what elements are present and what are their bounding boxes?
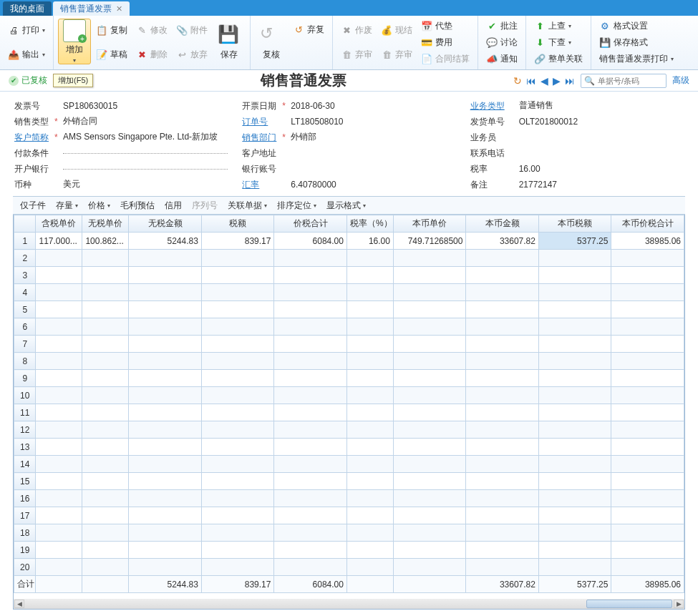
relation-button[interactable]: 整单关联: [530, 51, 586, 67]
table-row[interactable]: 5: [14, 301, 684, 318]
tab-sales-invoice[interactable]: 销售普通发票✕: [53, 1, 130, 16]
table-row[interactable]: 13: [14, 439, 684, 456]
search-box[interactable]: 🔍: [581, 74, 667, 88]
bank-value[interactable]: [63, 169, 228, 170]
print-button[interactable]: 打印▾: [4, 23, 49, 39]
export-button[interactable]: 输出▾: [4, 47, 49, 63]
cash-button[interactable]: 现结: [377, 23, 416, 39]
table-row[interactable]: 17: [14, 507, 684, 524]
sale-type-value[interactable]: 外销合同: [63, 115, 228, 128]
stock-button[interactable]: 存量▾: [56, 200, 78, 212]
down-button[interactable]: 下查▾: [530, 35, 586, 51]
th-9[interactable]: 本币价税合计: [611, 215, 684, 233]
table-row[interactable]: 15: [14, 473, 684, 490]
th-8[interactable]: 本币税额: [538, 215, 611, 233]
scroll-thumb[interactable]: [586, 600, 672, 608]
table-row[interactable]: 10: [14, 387, 684, 404]
table-row[interactable]: 7: [14, 336, 684, 353]
void-button[interactable]: 作废: [337, 23, 376, 39]
up-button[interactable]: 上查▾: [530, 19, 586, 34]
table-row[interactable]: 3: [14, 267, 684, 284]
th-3[interactable]: 税额: [201, 215, 274, 233]
dept-value[interactable]: 外销部: [291, 131, 455, 144]
th-1[interactable]: 无税单价: [82, 215, 129, 233]
table-row[interactable]: 18: [14, 524, 684, 542]
related-button[interactable]: 关联单据▾: [228, 200, 267, 212]
abandon2-button[interactable]: 弃审: [377, 47, 416, 63]
add-button[interactable]: 增加▾: [58, 19, 91, 64]
th-2[interactable]: 无税金额: [129, 215, 202, 233]
delete-button[interactable]: 删除: [132, 47, 171, 63]
pay-terms-value[interactable]: [63, 153, 228, 154]
table-row[interactable]: 11: [14, 404, 684, 421]
serial-button[interactable]: 序列号: [192, 200, 218, 212]
edit-button[interactable]: 修改: [132, 23, 171, 39]
rate-label[interactable]: 汇率: [242, 179, 282, 191]
tax-value[interactable]: 16.00: [519, 164, 684, 175]
th-4[interactable]: 价税合计: [274, 215, 347, 233]
table-row[interactable]: 14: [14, 456, 684, 473]
first-icon[interactable]: ⏮: [526, 75, 536, 87]
rate-value[interactable]: 6.40780000: [291, 180, 455, 190]
table-row[interactable]: 19: [14, 542, 684, 559]
next-icon[interactable]: ▶: [553, 75, 561, 87]
customer-value[interactable]: AMS Sensors Singapore Pte. Ltd-新加坡: [63, 131, 228, 144]
advance-button[interactable]: 代垫: [417, 19, 473, 34]
date-value[interactable]: 2018-06-30: [291, 101, 455, 112]
save-button[interactable]: 保存: [213, 20, 246, 66]
advanced-link[interactable]: 高级: [672, 74, 689, 87]
dept-label[interactable]: 销售部门: [242, 132, 282, 144]
table-row[interactable]: 12: [14, 421, 684, 439]
th-6[interactable]: 本币单价: [393, 215, 466, 233]
search-input[interactable]: [598, 77, 663, 85]
biztype-label[interactable]: 业务类型: [470, 100, 510, 112]
recheck-button[interactable]: 复核: [255, 20, 288, 66]
currency-value[interactable]: 美元: [63, 178, 228, 191]
approve-button[interactable]: 批注: [483, 19, 521, 34]
drop-button[interactable]: 放弃: [173, 47, 211, 63]
table-row[interactable]: 16: [14, 490, 684, 507]
phone-value[interactable]: [519, 153, 684, 154]
tab-desktop[interactable]: 我的桌面: [3, 1, 52, 16]
attach-button[interactable]: 附件: [173, 23, 211, 39]
table-row[interactable]: 4: [14, 284, 684, 301]
notify-button[interactable]: 通知: [483, 51, 521, 67]
contract-button[interactable]: 合同结算: [417, 51, 473, 67]
sort-button[interactable]: 排序定位▾: [277, 200, 316, 212]
last-icon[interactable]: ⏭: [565, 75, 575, 87]
th-0[interactable]: 含税单价: [36, 215, 82, 233]
display-button[interactable]: 显示格式▾: [326, 200, 366, 212]
prev-icon[interactable]: ◀: [541, 75, 548, 87]
th-5[interactable]: 税率（%）: [346, 215, 393, 233]
discuss-button[interactable]: 讨论: [483, 35, 521, 51]
scroll-right-icon[interactable]: ▶: [674, 600, 684, 608]
table-row[interactable]: 2: [14, 250, 684, 267]
refresh-icon[interactable]: ↻: [513, 75, 522, 87]
copy-button[interactable]: 复制: [92, 23, 131, 39]
price-button[interactable]: 价格▾: [88, 200, 110, 212]
th-7[interactable]: 本币金额: [466, 215, 539, 233]
table-row[interactable]: 6: [14, 318, 684, 336]
order-label[interactable]: 订单号: [242, 116, 282, 128]
addr-value[interactable]: [291, 153, 455, 154]
table-row[interactable]: 1117.000...100.862...5244.83839.176084.0…: [14, 233, 684, 250]
remark-value[interactable]: 21772147: [519, 180, 684, 190]
child-only-button[interactable]: 仅子件: [20, 200, 46, 212]
account-value[interactable]: [291, 169, 455, 170]
scroll-left-icon[interactable]: ◀: [14, 600, 24, 608]
profit-button[interactable]: 毛利预估: [120, 200, 155, 212]
horizontal-scrollbar[interactable]: ◀ ▶: [14, 599, 684, 609]
customer-label[interactable]: 客户简称: [14, 132, 54, 144]
abandon-button[interactable]: 弃审: [337, 47, 376, 63]
data-table[interactable]: 含税单价 无税单价 无税金额 税额 价税合计 税率（%） 本币单价 本币金额 本…: [14, 215, 684, 593]
print-invoice-button[interactable]: 销售普通发票打印▾: [596, 51, 677, 67]
fee-button[interactable]: 费用: [417, 35, 473, 51]
credit-button[interactable]: 信用: [165, 200, 182, 212]
draft-button[interactable]: 草稿: [92, 47, 131, 63]
save-format-button[interactable]: 保存格式: [596, 35, 677, 51]
table-row[interactable]: 9: [14, 370, 684, 387]
table-row[interactable]: 20: [14, 559, 684, 576]
close-icon[interactable]: ✕: [116, 4, 122, 14]
table-row[interactable]: 8: [14, 353, 684, 370]
sales-value[interactable]: [519, 137, 684, 138]
